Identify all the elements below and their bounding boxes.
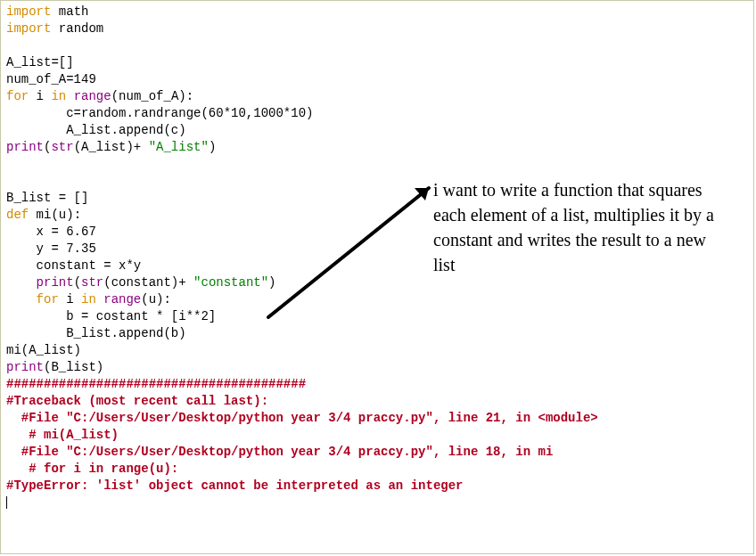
string-lit: "constant" (193, 275, 268, 290)
stmt: num_of_A=149 (6, 72, 96, 86)
traceback-line: #Traceback (most recent call last): (6, 394, 268, 408)
hash-divider: ######################################## (6, 377, 306, 391)
kw-for: for (6, 89, 29, 103)
var: i (59, 292, 81, 307)
indent (6, 275, 37, 290)
stmt: A_list.append(c) (6, 123, 186, 137)
args: (u): (141, 292, 171, 307)
builtin-str: str (51, 140, 73, 154)
stmt: b = costant * [i**2] (6, 309, 216, 323)
kw-in: in (81, 292, 96, 307)
stmt: x = 6.67 (6, 225, 96, 239)
args: (num_of_A): (111, 89, 193, 103)
text-cursor (6, 496, 7, 509)
kw-in: in (51, 89, 66, 103)
traceback-line: #File "C:/Users/User/Desktop/python year… (6, 411, 598, 425)
stmt: A_list=[] (6, 55, 74, 70)
stmt: B_list.append(b) (6, 326, 186, 340)
args: (constant)+ (103, 275, 193, 290)
paren: ) (209, 140, 216, 154)
kw-for: for (37, 292, 59, 307)
builtin-print: print (6, 140, 44, 154)
sp (66, 89, 73, 103)
stmt: B_list = [] (6, 191, 88, 205)
traceback-line: # mi(A_list) (6, 428, 119, 442)
mod-random: random (51, 21, 103, 36)
traceback-line: # for i in range(u): (6, 462, 178, 476)
string-lit: "A_list" (149, 140, 209, 154)
builtin-range: range (103, 292, 141, 307)
args: (A_list)+ (74, 140, 149, 154)
func-sig: mi(u): (29, 208, 81, 222)
paren: ) (268, 275, 275, 290)
traceback-line: #TypeError: 'list' object cannot be inte… (6, 478, 463, 493)
stmt: mi(A_list) (6, 343, 81, 357)
var: i (29, 89, 51, 103)
builtin-range: range (74, 89, 111, 103)
kw-def: def (6, 208, 29, 222)
code-editor: import math import random A_list=[] num_… (0, 0, 754, 554)
paren: ( (74, 275, 81, 290)
kw-import: import (6, 4, 51, 19)
traceback-line: #File "C:/Users/User/Desktop/python year… (6, 445, 553, 459)
stmt: c=random.randrange(60*10,1000*10) (6, 106, 313, 120)
builtin-print: print (37, 275, 74, 290)
annotation-text: i want to write a function that squares … (433, 177, 719, 277)
mod-math: math (51, 4, 88, 19)
stmt: y = 7.35 (6, 241, 96, 256)
builtin-str: str (81, 275, 103, 290)
builtin-print: print (6, 360, 44, 374)
stmt: constant = x*y (6, 258, 141, 273)
args: (B_list) (44, 360, 103, 374)
kw-import: import (6, 21, 51, 36)
indent (6, 292, 37, 307)
sp (96, 292, 103, 307)
